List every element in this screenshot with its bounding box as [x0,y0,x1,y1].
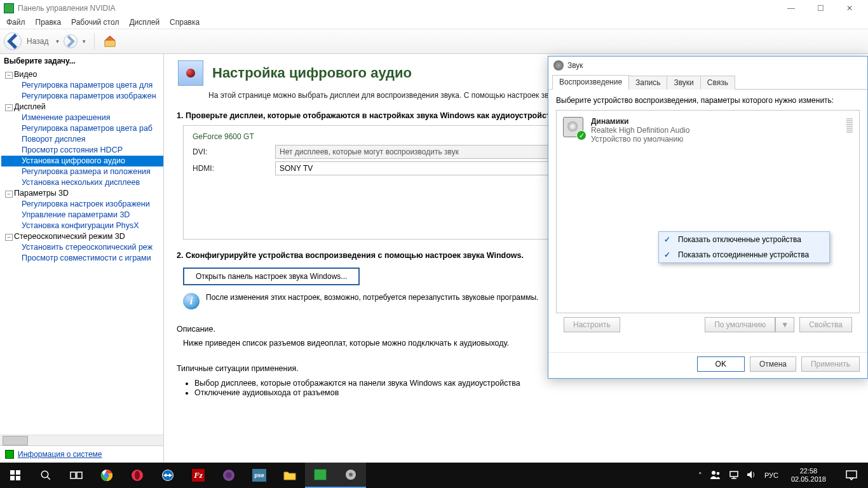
device-speaker-icon: ✓ [563,117,585,139]
speaker-icon [553,60,564,71]
taskbar-app-teamviewer[interactable] [153,463,183,488]
action-center-button[interactable] [839,463,864,488]
clock-date: 02.05.2018 [791,475,826,484]
tree-item[interactable]: Регулировка настроек изображени [1,199,163,210]
maximize-button[interactable]: ☐ [806,0,835,16]
tree-group-video[interactable]: −Видео [1,69,163,80]
nvidia-app-icon [4,3,14,13]
tree-group-3d[interactable]: −Параметры 3D [1,188,163,199]
tree-item[interactable]: Регулировка параметров цвета для [1,80,163,91]
clock-time: 22:58 [791,467,826,475]
tree-item[interactable]: Установка конфигурации PhysX [1,220,163,231]
tray-chevron-up-icon[interactable]: ˄ [698,471,702,480]
apply-button[interactable]: Применить [801,356,860,372]
device-status: Устройство по умолчанию [591,135,689,144]
svg-rect-0 [10,470,15,475]
svg-point-15 [226,472,232,478]
tree-item[interactable]: Регулировка параметров изображен [1,91,163,102]
back-history-dropdown[interactable]: ▼ [53,39,61,44]
tray-network-icon[interactable] [729,470,739,480]
tray-language[interactable]: РУС [764,471,778,479]
chevron-down-icon[interactable]: ▼ [775,317,794,332]
svg-line-5 [47,477,50,480]
taskbar-app-sound[interactable] [336,463,366,488]
tab-recording[interactable]: Запись [628,76,667,90]
sidebar-scrollbar[interactable] [0,435,163,445]
svg-point-19 [717,472,720,475]
forward-button[interactable] [64,34,78,48]
taskbar-app-chrome[interactable] [92,463,122,488]
level-meter-icon [846,117,853,144]
ctx-show-disconnected[interactable]: ✓Показать отсоединенные устройства [659,247,829,262]
tree-item[interactable]: Управление параметрами 3D [1,210,163,220]
svg-point-4 [41,471,48,478]
open-sound-settings-button[interactable]: Открыть панель настроек звука Windows... [183,268,360,285]
taskbar-app-nvidia[interactable] [305,463,336,488]
tray-volume-icon[interactable] [747,470,757,480]
tree-item[interactable]: Изменение разрешения [1,112,163,123]
task-tree[interactable]: −Видео Регулировка параметров цвета для … [0,68,163,435]
tree-item[interactable]: Просмотр совместимости с играми [1,253,163,264]
connector-label: HDMI: [193,164,275,173]
tree-item-selected[interactable]: Установка цифрового аудио [1,156,163,166]
usecase-item: Выбор дисплеев, которые отображаются на … [194,379,849,388]
svg-rect-20 [730,471,738,477]
tab-playback[interactable]: Воспроизведение [552,75,629,90]
system-tray: ˄ РУС 22:58 02.05.2018 [695,463,868,488]
sound-dialog: Звук Воспроизведение Запись Звуки Связь … [548,56,868,379]
close-button[interactable]: ✕ [835,0,864,16]
playback-device[interactable]: ✓ Динамики Realtek High Definition Audio… [559,114,857,146]
tab-comm[interactable]: Связь [700,76,735,90]
task-view-button[interactable] [61,463,92,488]
taskbar-app-filezilla[interactable]: Fz [183,463,214,488]
hdmi-value: SONY TV [280,164,313,173]
menu-desktop[interactable]: Рабочий стол [66,17,124,28]
tree-group-display[interactable]: −Дисплей [1,102,163,112]
system-info-link[interactable]: Информация о системе [18,450,102,459]
configure-button[interactable]: Настроить [564,317,620,332]
search-button[interactable] [31,463,61,488]
back-label: Назад [27,37,48,46]
home-button[interactable] [101,32,119,50]
svg-rect-6 [71,472,76,478]
tree-group-stereo[interactable]: −Стереоскопический режим 3D [1,231,163,242]
device-driver: Realtek High Definition Audio [591,126,689,135]
taskbar: Fz pse ˄ РУС 22:58 02.05.2018 [0,463,868,488]
toolbar-separator [94,33,95,50]
forward-history-dropdown[interactable]: ▼ [80,39,88,44]
ok-button[interactable]: OK [697,356,745,372]
tree-item[interactable]: Установка нескольких дисплеев [1,177,163,188]
tab-sounds[interactable]: Звуки [667,76,700,90]
tree-item[interactable]: Установить стереоскопический реж [1,242,163,253]
taskbar-app-opera[interactable] [122,463,153,488]
sound-dialog-titlebar[interactable]: Звук [548,57,867,74]
cancel-button[interactable]: Отмена [750,356,796,372]
ctx-show-disabled[interactable]: ✓Показать отключенные устройства [659,232,829,247]
tree-item[interactable]: Регулировка параметров цвета раб [1,123,163,134]
page-title: Настройка цифрового аудио [212,65,412,81]
taskbar-app-tor[interactable] [214,463,244,488]
svg-rect-7 [77,472,82,478]
menu-file[interactable]: Файл [1,17,31,28]
restart-note-text: После изменения этих настроек, возможно,… [206,293,538,302]
tray-clock[interactable]: 22:58 02.05.2018 [786,467,831,484]
properties-button[interactable]: Свойства [799,317,852,332]
back-button[interactable] [4,32,22,50]
titlebar: Панель управления NVIDIA — ☐ ✕ [0,0,868,16]
tray-people-icon[interactable] [710,470,721,481]
taskbar-app-pse[interactable]: pse [244,463,275,488]
minimize-button[interactable]: — [776,0,806,16]
svg-point-17 [349,473,353,477]
start-button[interactable] [0,463,31,488]
set-default-button[interactable]: По умолчанию▼ [705,317,794,332]
tree-item[interactable]: Поворот дисплея [1,134,163,145]
playback-device-list[interactable]: ✓ Динамики Realtek High Definition Audio… [556,110,860,313]
tree-item[interactable]: Регулировка размера и положения [1,166,163,177]
svg-rect-3 [16,476,20,480]
menu-edit[interactable]: Правка [31,17,67,28]
menu-display[interactable]: Дисплей [124,17,165,28]
tree-item[interactable]: Просмотр состояния HDCP [1,145,163,156]
taskbar-app-explorer[interactable] [275,463,305,488]
svg-rect-1 [16,470,20,475]
menu-help[interactable]: Справка [165,17,205,28]
